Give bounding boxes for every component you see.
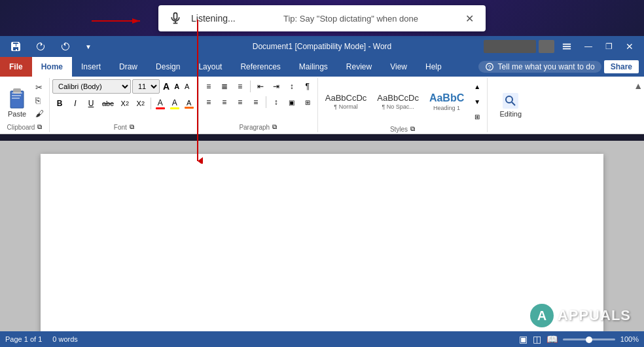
dictation-tip: Tip: Say "Stop dictating" when done [283,14,455,24]
clipboard-content: Paste ✂ ⎘ 🖌 [3,79,46,122]
bullets-button[interactable]: ≡ [202,79,216,94]
zoom-slider[interactable] [563,338,615,340]
microphone-button[interactable] [166,9,185,27]
format-painter-button[interactable]: 🖌 [33,107,46,120]
increase-font-button[interactable]: A [161,81,171,92]
tab-file[interactable]: File [0,57,32,77]
align-left-button[interactable]: ≡ [202,95,216,109]
font-expand-button[interactable]: ⧉ [130,123,134,131]
styles-expand-dialog-button[interactable]: ⧉ [410,125,415,133]
svg-rect-9 [563,48,571,50]
tab-draw[interactable]: Draw [110,57,147,77]
dictation-close-button[interactable]: ✕ [461,11,478,26]
copy-button[interactable]: ⎘ [33,94,46,107]
multilevel-list-button[interactable]: ≡ [233,79,247,94]
shading-button[interactable]: A [183,98,196,109]
restore-button[interactable]: ❐ [600,39,618,54]
decrease-font-button[interactable]: A [172,81,181,92]
font-name-select[interactable]: Calibri (Body) [52,79,131,94]
separator3 [266,96,266,108]
style-normal[interactable]: AaBbCcDc ¶ Normal [321,90,372,113]
undo-button[interactable] [30,39,51,54]
borders-button[interactable]: ⊞ [300,95,315,109]
styles-scroll-buttons: ▲ ▼ ⊞ [470,79,484,124]
superscript-button[interactable]: X2 [134,96,148,111]
redo-button[interactable] [55,39,76,54]
italic-button[interactable]: I [68,96,82,111]
strikethrough-button[interactable]: abc [99,96,116,111]
tab-review[interactable]: Review [337,57,381,77]
document-title: Document1 [Compatibility Mode] - Word [253,42,392,51]
styles-group: AaBbCcDc ¶ Normal AaBbCcDc ¶ No Spac... … [318,78,488,132]
minimize-button[interactable]: — [579,39,598,54]
collapse-ribbon-button[interactable]: ▲ [632,79,644,92]
clipboard-expand-button[interactable]: ⧉ [37,123,42,131]
styles-scroll-up-button[interactable]: ▲ [470,79,484,94]
tell-me-box[interactable]: ? Tell me what you want to do [478,61,601,73]
watermark: A APPUALS [530,304,631,327]
styles-scroll-down-button[interactable]: ▼ [470,94,484,109]
shading-indicator [185,107,194,109]
separator2 [250,81,251,92]
format-painter-icon: 🖌 [35,109,44,119]
save-button[interactable] [5,39,26,54]
style-heading1[interactable]: AaBbC Heading 1 [425,89,469,115]
tab-help[interactable]: Help [416,57,451,77]
decrease-indent-button[interactable]: ⇤ [253,79,268,94]
document-page[interactable] [41,154,603,331]
dictation-status: Listening... [191,13,277,24]
font-size-select[interactable]: 11 [132,79,160,94]
cut-button[interactable]: ✂ [33,81,46,94]
title-bar: ▼ Document1 [Compatibility Mode] - Word … [0,36,644,57]
paste-button[interactable]: Paste [3,82,31,119]
font-size-buttons: A A [161,81,181,92]
customize-quick-access-button[interactable]: ▼ [80,41,97,53]
font-content: Calibri (Body) 11 A A A B I U abc [52,79,196,122]
align-right-button[interactable]: ≡ [233,95,247,109]
tab-insert[interactable]: Insert [72,57,110,77]
clipboard-label: Clipboard ⧉ [3,123,46,131]
svg-rect-0 [174,13,177,20]
font-color-button[interactable]: A [154,98,167,110]
paragraph-expand-button[interactable]: ⧉ [272,123,277,131]
tab-view[interactable]: View [381,57,416,77]
numbering-button[interactable]: ≣ [217,79,232,94]
tell-me-label: Tell me what you want to do [498,62,595,71]
styles-expand-button[interactable]: ⊞ [470,109,484,124]
highlight-color-button[interactable]: A [168,98,181,110]
subscript-button[interactable]: X2 [118,96,132,111]
svg-rect-15 [12,95,21,96]
align-center-button[interactable]: ≡ [217,95,232,109]
line-spacing-button[interactable]: ↕ [269,95,283,109]
clear-format-button[interactable]: A [183,82,191,91]
tab-references[interactable]: References [231,57,289,77]
underline-button[interactable]: U [84,96,98,111]
sort-button[interactable]: ↕ [285,79,299,94]
tab-bar: File Home Insert Draw Design Layout Refe… [0,57,644,77]
view-normal-icon[interactable]: ▣ [519,334,528,344]
font-group: Calibri (Body) 11 A A A B I U abc [50,78,199,132]
editing-button[interactable]: Editing [497,90,524,120]
user-area [484,40,536,53]
tab-design[interactable]: Design [147,57,189,77]
font-color-indicator [156,107,165,109]
bold-button[interactable]: B [52,96,67,111]
view-web-icon[interactable]: ◫ [533,334,541,344]
watermark-text: APPUALS [558,307,631,324]
document-area [0,141,644,331]
show-marks-button[interactable]: ¶ [300,79,315,94]
tab-mailings[interactable]: Mailings [290,57,337,77]
tab-layout[interactable]: Layout [189,57,231,77]
paste-label: Paste [8,110,26,118]
share-button[interactable]: Share [604,60,639,73]
style-no-spacing[interactable]: AaBbCcDc ¶ No Spac... [372,90,423,113]
styles-gallery: AaBbCcDc ¶ Normal AaBbCcDc ¶ No Spac... … [321,89,469,115]
tab-home[interactable]: Home [32,57,72,77]
status-right: ▣ ◫ 📖 100% [519,334,639,344]
increase-indent-button[interactable]: ⇥ [269,79,283,94]
justify-button[interactable]: ≡ [249,95,263,109]
shading-fill-button[interactable]: ▣ [285,95,299,109]
view-read-icon[interactable]: 📖 [546,334,558,344]
close-button[interactable]: ✕ [620,39,639,54]
ribbon-display-button[interactable] [557,39,577,54]
